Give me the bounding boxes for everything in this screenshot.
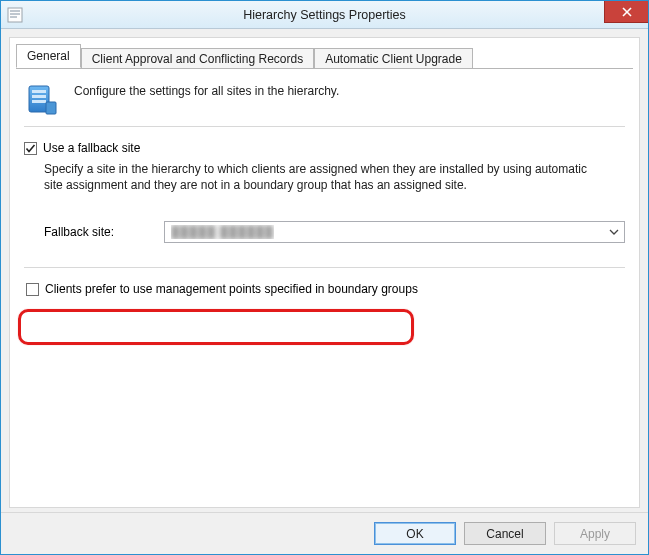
chevron-down-icon — [606, 227, 622, 237]
tab-automatic-upgrade[interactable]: Automatic Client Upgrade — [314, 48, 473, 69]
svg-rect-10 — [46, 102, 56, 114]
prefer-mp-checkbox-row: Clients prefer to use management points … — [26, 282, 625, 296]
close-button[interactable] — [604, 1, 648, 23]
fallback-site-value: █████ ██████ — [171, 225, 274, 239]
ok-button[interactable]: OK — [374, 522, 456, 545]
window-title: Hierarchy Settings Properties — [1, 8, 648, 22]
prefer-mp-label: Clients prefer to use management points … — [45, 282, 418, 296]
hierarchy-icon — [24, 82, 60, 118]
close-icon — [621, 6, 633, 18]
intro-row: Configure the settings for all sites in … — [24, 82, 625, 118]
fallback-checkbox-row: Use a fallback site — [24, 141, 625, 155]
apply-button: Apply — [554, 522, 636, 545]
tab-client-approval[interactable]: Client Approval and Conflicting Records — [81, 48, 314, 69]
checkmark-icon — [25, 143, 36, 154]
fallback-site-combobox[interactable]: █████ ██████ — [164, 221, 625, 243]
svg-rect-7 — [32, 90, 46, 93]
svg-rect-0 — [8, 8, 22, 22]
use-fallback-label: Use a fallback site — [43, 141, 140, 155]
fallback-description: Specify a site in the hierarchy to which… — [44, 161, 604, 193]
cancel-button[interactable]: Cancel — [464, 522, 546, 545]
fallback-site-label: Fallback site: — [44, 225, 154, 239]
svg-rect-8 — [32, 95, 46, 98]
separator-1 — [24, 126, 625, 127]
dialog-button-bar: OK Cancel Apply — [1, 512, 648, 554]
client-area: General Client Approval and Conflicting … — [9, 37, 640, 508]
intro-text: Configure the settings for all sites in … — [74, 82, 339, 98]
prefer-mp-checkbox[interactable] — [26, 283, 39, 296]
title-bar: Hierarchy Settings Properties — [1, 1, 648, 29]
svg-rect-9 — [32, 100, 46, 103]
app-icon — [7, 7, 23, 23]
tab-panel-general: Configure the settings for all sites in … — [10, 68, 639, 507]
fallback-field-row: Fallback site: █████ ██████ — [44, 221, 625, 243]
tab-strip: General Client Approval and Conflicting … — [16, 44, 639, 68]
tab-general[interactable]: General — [16, 44, 81, 68]
separator-2 — [24, 267, 625, 268]
use-fallback-checkbox[interactable] — [24, 142, 37, 155]
dialog-window: Hierarchy Settings Properties General Cl… — [0, 0, 649, 555]
annotation-highlight — [18, 309, 414, 345]
